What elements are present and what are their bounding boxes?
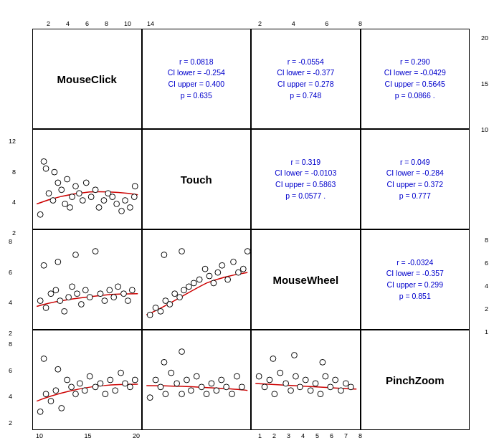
- dot: [107, 287, 113, 293]
- dot: [214, 270, 220, 275]
- dot: [69, 384, 75, 390]
- dot: [55, 180, 61, 186]
- dot: [48, 291, 54, 297]
- dot: [43, 391, 49, 397]
- dot: [235, 270, 241, 275]
- dot: [75, 291, 80, 297]
- dot: [262, 384, 267, 390]
- dot: [83, 180, 89, 186]
- dot: [53, 287, 59, 293]
- dot: [65, 176, 70, 182]
- dot: [293, 373, 299, 379]
- dot: [110, 194, 115, 200]
- dot: [127, 204, 133, 210]
- stats-mw-pz: r = -0.0324 CI lower = -0.357 CI upper =…: [361, 230, 470, 329]
- dot: [41, 356, 47, 361]
- dot: [196, 277, 202, 282]
- dot: [37, 211, 43, 217]
- cell-r3c1: [32, 229, 142, 330]
- dot: [41, 262, 47, 268]
- dot: [348, 384, 353, 390]
- dot: [92, 384, 98, 390]
- cell-r3c3: MouseWheel: [251, 229, 361, 330]
- dot: [52, 169, 57, 175]
- top-axis-col1: 2 4 6 8 10 14: [47, 20, 151, 27]
- dot: [67, 204, 73, 210]
- scatter-pz-touch: [143, 330, 251, 429]
- dot: [114, 201, 120, 207]
- left-axis-row2: 12 8 4 2: [9, 138, 16, 237]
- dot: [123, 198, 128, 204]
- dot: [37, 298, 43, 304]
- dot: [194, 373, 199, 379]
- dot: [132, 184, 138, 189]
- dot: [73, 184, 79, 189]
- dot: [191, 280, 196, 286]
- dot: [171, 291, 177, 297]
- dot: [218, 377, 224, 383]
- dot: [77, 381, 82, 386]
- dot: [166, 302, 172, 308]
- dot: [113, 388, 118, 394]
- dot: [206, 273, 212, 279]
- stats-mc-pz: r = 0.290 CI lower = -0.0429 CI upper = …: [361, 29, 470, 128]
- dot: [210, 280, 216, 286]
- dot: [176, 295, 182, 300]
- dot: [240, 266, 246, 272]
- dot: [125, 298, 130, 304]
- dot: [318, 391, 323, 397]
- stats-touch-mw: r = 0.319 CI lower = -0.0103 CI upper = …: [252, 130, 360, 229]
- stats-mc-mw: r = -0.0554 CI lower = -0.377 CI upper =…: [252, 29, 360, 128]
- dot: [102, 298, 108, 304]
- cell-r4c2: [142, 330, 252, 430]
- dot: [87, 295, 92, 300]
- stats-touch-pz: r = 0.049 CI lower = -0.284 CI upper = 0…: [361, 130, 470, 229]
- cell-r2c4: r = 0.049 CI lower = -0.284 CI upper = 0…: [361, 129, 470, 229]
- left-axis-row3: 8 6 4 2: [9, 238, 12, 337]
- dot: [59, 405, 65, 411]
- dot: [37, 409, 43, 414]
- dot: [59, 187, 65, 193]
- label-mouseclick: MouseClick: [33, 29, 141, 128]
- bottom-axis-col1: 10 15 20: [36, 432, 140, 439]
- scatter-pz-mw: [252, 330, 360, 429]
- dot: [55, 259, 61, 264]
- dot: [82, 388, 87, 394]
- dot: [53, 388, 59, 394]
- dot: [147, 395, 153, 401]
- dot: [57, 298, 63, 304]
- dot: [288, 388, 294, 394]
- cell-r3c2: [142, 229, 252, 330]
- dot: [65, 377, 70, 383]
- dot: [188, 388, 194, 394]
- dot: [80, 198, 85, 204]
- label-mousewheel: MouseWheel: [252, 230, 360, 329]
- dot: [234, 373, 239, 379]
- dot: [48, 399, 54, 404]
- cell-r1c3: r = -0.0554 CI lower = -0.377 CI upper =…: [251, 29, 361, 129]
- dot: [328, 384, 333, 390]
- dot: [43, 305, 49, 310]
- dot: [62, 201, 68, 207]
- label-touch: Touch: [143, 130, 251, 229]
- dot: [158, 384, 163, 390]
- dot: [204, 391, 209, 397]
- dot: [78, 302, 84, 308]
- dot: [98, 291, 103, 297]
- dot: [118, 370, 124, 376]
- dot: [62, 308, 67, 314]
- dot: [303, 377, 308, 383]
- dot: [277, 370, 283, 376]
- dot: [179, 249, 184, 254]
- dot: [174, 381, 179, 386]
- dot: [92, 187, 98, 193]
- left-axis-row4: 8 6 4 2: [9, 340, 12, 426]
- dot: [313, 381, 318, 386]
- dot: [213, 388, 219, 394]
- dot: [121, 291, 127, 297]
- cell-r2c3: r = 0.319 CI lower = -0.0103 CI upper = …: [251, 129, 361, 229]
- dot: [41, 158, 47, 164]
- dot: [111, 295, 117, 300]
- dot: [92, 249, 98, 254]
- dot: [179, 349, 184, 355]
